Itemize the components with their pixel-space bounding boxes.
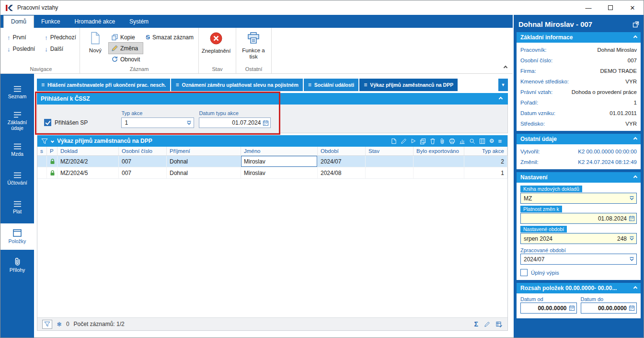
run-icon[interactable]: [411, 138, 416, 144]
collapse-chevron-icon[interactable]: [633, 286, 637, 290]
column-header-bylo-exportovano[interactable]: Bylo exportováno: [414, 147, 464, 155]
column-header-jmeno[interactable]: Jméno: [241, 147, 318, 155]
prihlasen-sp-checkbox[interactable]: Přihlášen SP: [44, 119, 88, 126]
open-window-icon[interactable]: [632, 21, 640, 28]
app-window: Pracovní vztahy — ✕ Domů Funkce Hromadné…: [0, 0, 644, 338]
column-header-p[interactable]: P: [47, 147, 58, 155]
typ-akce-combobox[interactable]: 1: [121, 117, 194, 128]
dropdown-icon[interactable]: [186, 120, 192, 126]
sum-icon[interactable]: Σ: [474, 320, 478, 328]
tab-socialni-udalosti[interactable]: ≡Sociální události: [304, 79, 358, 91]
tab-oznameni-zameru[interactable]: ≡Oznámení záměru uplatňovat slevu na poj…: [171, 79, 302, 91]
minimize-icon: —: [586, 4, 592, 12]
tabs-overflow-button[interactable]: ▼: [498, 79, 508, 91]
previous-button[interactable]: ↑Předchozí: [42, 32, 79, 43]
section-header[interactable]: Rozsah položek 00.00.0000- 00.00...: [517, 283, 641, 293]
column-header-doklad[interactable]: Doklad: [58, 147, 119, 155]
copy-button[interactable]: Kopie: [109, 32, 143, 43]
print-icon[interactable]: [449, 138, 455, 144]
table-row[interactable]: MZ/2024/2 007 Dohnal Miroslav 2024/07 2: [37, 156, 507, 167]
datum-typu-akce-field[interactable]: 01.07.2024: [199, 117, 271, 128]
minimize-button[interactable]: —: [577, 1, 599, 15]
sidebar-item-zakladni-udaje[interactable]: Základní údaje: [0, 108, 34, 135]
delete-icon[interactable]: [430, 138, 436, 144]
tab-hlaseni-zamestnavatele[interactable]: ≡Hlášení zaměstnavatele při ukončení pra…: [37, 79, 170, 91]
dropdown-icon[interactable]: [629, 235, 635, 242]
column-header-s[interactable]: s: [37, 147, 47, 155]
collapse-chevron-icon[interactable]: [633, 137, 637, 141]
sidebar-item-plat[interactable]: Plat: [0, 195, 34, 221]
filter-button[interactable]: [42, 320, 52, 329]
ribbon-tab-funkce[interactable]: Funkce: [34, 16, 67, 28]
nastavene-obdobi-combobox[interactable]: srpen 2024 248: [520, 233, 637, 244]
delete-record-button[interactable]: SSmazat záznam: [143, 32, 196, 43]
section-header[interactable]: Ostatní údaje: [517, 134, 641, 144]
table-edit-icon[interactable]: [496, 321, 503, 327]
calendar-icon[interactable]: [629, 305, 635, 311]
functions-print-button[interactable]: Funkce a tisk: [238, 29, 269, 60]
tab-vykaz-prijmu-dpp[interactable]: ≡Výkaz příjmů zaměstnanců na DPP: [359, 79, 458, 91]
collapse-chevron-icon[interactable]: [633, 35, 637, 39]
close-button[interactable]: ✕: [621, 1, 644, 15]
attachment-icon[interactable]: [439, 138, 445, 144]
record-count: Počet záznamů: 1/2: [74, 321, 125, 327]
invalidate-button[interactable]: Zneplatnění: [201, 29, 231, 54]
section-header[interactable]: Nastavení: [517, 172, 641, 183]
filter-icon[interactable]: [41, 138, 48, 144]
pencil-icon: [112, 45, 118, 51]
invalidate-label: Zneplatnění: [202, 48, 231, 54]
cell-jmeno-focused[interactable]: Miroslav: [241, 156, 318, 167]
zpracovane-obdobi-combobox[interactable]: 2024/07: [520, 254, 637, 265]
collapse-chevron-icon[interactable]: [499, 97, 503, 101]
last-button[interactable]: ↓Poslední: [4, 43, 38, 55]
sidebar-item-uctovani[interactable]: Účtování: [0, 166, 34, 192]
uplny-vypis-checkbox[interactable]: Úplný výpis: [520, 269, 637, 276]
ribbon-collapse-button[interactable]: [504, 64, 507, 70]
cssz-panel-header[interactable]: Přihlášení k ČSSZ: [37, 93, 508, 105]
collapse-chevron-icon[interactable]: [633, 175, 637, 179]
search-icon[interactable]: [469, 138, 475, 144]
column-header-osobni-cislo[interactable]: Osobní číslo: [119, 147, 167, 155]
chevron-down-icon[interactable]: [51, 139, 54, 142]
calendar-icon[interactable]: [629, 215, 635, 221]
dropdown-icon[interactable]: [629, 195, 635, 201]
copy-icon[interactable]: [420, 138, 426, 144]
first-button[interactable]: ↑První: [4, 32, 38, 43]
ribbon-tab-domu[interactable]: Domů: [3, 15, 34, 28]
sidebar-item-mzda[interactable]: Mzda: [0, 137, 34, 163]
columns-icon[interactable]: [479, 138, 485, 144]
info-row: Firma:DEMO TRADE: [520, 66, 637, 76]
new-button[interactable]: Nový: [82, 29, 109, 54]
ribbon-tab-hromadne-akce[interactable]: Hromadné akce: [67, 16, 122, 28]
column-header-obdobi[interactable]: Období: [318, 147, 366, 155]
gear-icon[interactable]: ⚙: [489, 138, 494, 144]
column-header-stav[interactable]: Stav: [366, 147, 414, 155]
kniha-label-chip: Kniha mzdových dokladů: [520, 186, 582, 192]
new-record-icon[interactable]: [391, 138, 397, 144]
maximize-button[interactable]: [599, 1, 621, 15]
chart-icon[interactable]: [459, 138, 465, 144]
menu-icon[interactable]: ≡: [498, 138, 502, 145]
datum-od-label: Datum od: [520, 296, 577, 302]
sidebar-item-polozky[interactable]: Položky: [0, 223, 34, 250]
dropdown-icon[interactable]: [629, 256, 635, 262]
platnost-field[interactable]: 01.08.2024: [520, 213, 637, 224]
next-button[interactable]: ↓Další: [42, 43, 79, 55]
kniha-combobox[interactable]: MZ: [520, 193, 637, 204]
calendar-icon[interactable]: [263, 120, 269, 126]
sidebar-item-prilohy[interactable]: Přílohy: [0, 252, 34, 279]
section-header[interactable]: Základní informace: [517, 32, 641, 43]
datum-do-field[interactable]: 00.00.0000: [581, 303, 637, 314]
ribbon-tab-system[interactable]: Systém: [122, 16, 156, 28]
calendar-icon[interactable]: [569, 305, 575, 311]
sidebar-item-seznam[interactable]: Seznam: [0, 80, 34, 106]
change-button[interactable]: Změna: [109, 43, 143, 54]
column-header-typ-akce[interactable]: Typ akce: [464, 147, 507, 155]
table-row[interactable]: MZ/2024/5 007 Dohnal Miroslav 2024/08 1: [37, 167, 507, 179]
datum-od-field[interactable]: 00.00.0000: [520, 303, 577, 314]
snowflake-icon[interactable]: ❄: [57, 321, 62, 328]
edit-pencil-icon[interactable]: [401, 138, 407, 144]
refresh-button[interactable]: Obnovit: [109, 54, 143, 65]
edit-pencil-icon[interactable]: [484, 321, 490, 327]
column-header-prijmeni[interactable]: Příjmení: [167, 147, 241, 155]
